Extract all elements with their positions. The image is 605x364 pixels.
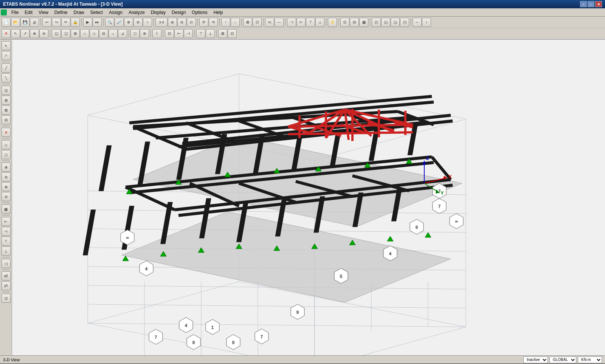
- tb2-select5[interactable]: ⊖: [39, 29, 48, 38]
- coord-dropdown[interactable]: GLOBAL LOCAL: [549, 356, 576, 363]
- close-button[interactable]: ✕: [595, 1, 602, 7]
- sb-alpha[interactable]: αβ: [2, 271, 11, 280]
- tb2-dim1[interactable]: ◻: [130, 29, 140, 38]
- tb2-text[interactable]: I: [152, 29, 161, 38]
- sb-tri-left[interactable]: ◁: [2, 259, 11, 268]
- unit-dropdown[interactable]: KN-m KN-mm kip-ft: [578, 356, 602, 363]
- tb-open[interactable]: 📂: [11, 18, 20, 27]
- maximize-button[interactable]: □: [588, 1, 594, 7]
- tb2-shape5[interactable]: ◇: [90, 29, 99, 38]
- sb-grid[interactable]: ▦: [2, 204, 11, 214]
- tb-grid2[interactable]: ⊟: [350, 18, 359, 27]
- tb-arrow[interactable]: ↔: [413, 18, 422, 27]
- tb-frame4[interactable]: ⊥: [315, 18, 324, 27]
- tb-move-up[interactable]: ↑: [221, 18, 230, 27]
- menu-assign[interactable]: Assign: [106, 9, 126, 16]
- tb-snap[interactable]: ⊠: [243, 18, 252, 27]
- tb-grid3[interactable]: ▦: [359, 18, 368, 27]
- tb-run[interactable]: ▶: [83, 18, 92, 27]
- tb-arrow2[interactable]: ↕: [422, 18, 431, 27]
- tb2-shape2[interactable]: ◲: [61, 29, 70, 38]
- sb-div[interactable]: ⊘: [2, 192, 11, 201]
- menu-select[interactable]: Select: [87, 9, 106, 16]
- tb-lock[interactable]: 🔒: [71, 18, 80, 27]
- tb-3d[interactable]: 3-d: [155, 18, 168, 27]
- menu-draw[interactable]: Draw: [71, 9, 87, 16]
- tb-zoom-prev[interactable]: ⊖: [133, 18, 143, 27]
- tb2-shape8[interactable]: ⊿: [118, 29, 127, 38]
- sb-pointer[interactable]: ↖: [2, 41, 11, 50]
- sb-grid2[interactable]: ⊡: [2, 294, 11, 303]
- tb-refresh[interactable]: ⟳: [199, 18, 208, 27]
- tb2-misc4[interactable]: ⊡: [228, 29, 237, 38]
- tb2-misc2[interactable]: ⊥: [206, 29, 215, 38]
- menu-edit[interactable]: Edit: [22, 9, 36, 16]
- sb-down[interactable]: ⊥: [2, 246, 11, 256]
- tb-pct[interactable]: %: [265, 18, 274, 27]
- menu-define[interactable]: Define: [51, 9, 71, 16]
- tb-pct2[interactable]: —: [275, 18, 284, 27]
- tb-zoom-fit[interactable]: ○: [143, 18, 152, 27]
- tb-section5[interactable]: ◳: [400, 18, 409, 27]
- sb-shape2[interactable]: ◻: [2, 150, 11, 159]
- tb-section[interactable]: ⊡: [187, 18, 196, 27]
- tb-redo[interactable]: ↪: [52, 18, 61, 27]
- sb-rect2[interactable]: ⊞: [2, 96, 11, 105]
- sb-rect[interactable]: ⊡: [2, 86, 11, 95]
- menu-display[interactable]: Display: [148, 9, 169, 16]
- tb2-shape1[interactable]: ◱: [52, 29, 61, 38]
- menu-view[interactable]: View: [36, 9, 51, 16]
- tb2-select4[interactable]: ⊕: [30, 29, 39, 38]
- tb-section3[interactable]: ◱: [381, 18, 390, 27]
- tb2-select2[interactable]: ↖: [11, 29, 20, 38]
- tb-lightning[interactable]: ⚡: [328, 18, 337, 27]
- status-dropdown[interactable]: Inactive Active: [523, 356, 548, 363]
- tb2-shape7[interactable]: ⬦: [109, 29, 118, 38]
- sb-line2[interactable]: ╲: [2, 73, 11, 82]
- menu-analyze[interactable]: Analyze: [126, 9, 148, 16]
- tb-save[interactable]: 💾: [20, 18, 29, 27]
- sb-shape[interactable]: ◇: [2, 140, 11, 149]
- tb-plan[interactable]: ⊞: [168, 18, 177, 27]
- tb2-align1[interactable]: ⊡: [165, 29, 174, 38]
- tb-frame2[interactable]: ⊢: [296, 18, 306, 27]
- tb-draw[interactable]: ✏: [61, 18, 70, 27]
- tb-elev[interactable]: ⊟: [177, 18, 186, 27]
- tb2-shape6[interactable]: ⊟: [99, 29, 108, 38]
- sb-pointer2[interactable]: ↗: [2, 51, 11, 60]
- tb-zoom-in[interactable]: 🔍: [105, 18, 114, 27]
- tb-rotate[interactable]: ⟲: [209, 18, 218, 27]
- tb2-dim2[interactable]: ⊕: [140, 29, 149, 38]
- tb2-align3[interactable]: ⊣: [184, 29, 193, 38]
- tb-zoom-win[interactable]: ⊕: [124, 18, 133, 27]
- tb2-align2[interactable]: ⊢: [174, 29, 183, 38]
- tb-frame3[interactable]: ⊤: [306, 18, 315, 27]
- sb-times[interactable]: ⊗: [2, 182, 11, 191]
- sb-right[interactable]: ⊣: [2, 227, 11, 236]
- tb-new[interactable]: 📄: [2, 18, 11, 27]
- tb-section4[interactable]: ◲: [391, 18, 400, 27]
- tb-zoom-out[interactable]: 🔎: [115, 18, 124, 27]
- menu-file[interactable]: File: [8, 9, 22, 16]
- sb-x[interactable]: ✕: [2, 128, 11, 137]
- tb2-shape4[interactable]: ⌂: [80, 29, 89, 38]
- menu-help[interactable]: Help: [211, 9, 226, 16]
- sb-line[interactable]: ╱: [2, 64, 11, 73]
- tb2-select3[interactable]: ↗: [20, 29, 29, 38]
- sb-plus[interactable]: ⊕: [2, 163, 11, 172]
- tb-section2[interactable]: ◰: [372, 18, 381, 27]
- minimize-button[interactable]: −: [580, 1, 587, 7]
- tb-grid1[interactable]: ⊡: [340, 18, 349, 27]
- tb-print[interactable]: 🖨: [30, 18, 39, 27]
- sb-up[interactable]: ⊤: [2, 237, 11, 246]
- sb-rect4[interactable]: ⊟: [2, 115, 11, 124]
- tb-undo[interactable]: ↩: [42, 18, 51, 27]
- sb-minus[interactable]: ⊖: [2, 172, 11, 181]
- menu-options[interactable]: Options: [189, 9, 210, 16]
- tb-snap2[interactable]: ☑: [253, 18, 262, 27]
- sb-rect3[interactable]: ⊠: [2, 105, 11, 115]
- tb2-select[interactable]: ✕: [2, 29, 11, 38]
- tb-run-all[interactable]: ⏭: [93, 18, 102, 27]
- tb2-misc3[interactable]: ⊠: [218, 29, 227, 38]
- tb-move-down[interactable]: ↓: [231, 18, 240, 27]
